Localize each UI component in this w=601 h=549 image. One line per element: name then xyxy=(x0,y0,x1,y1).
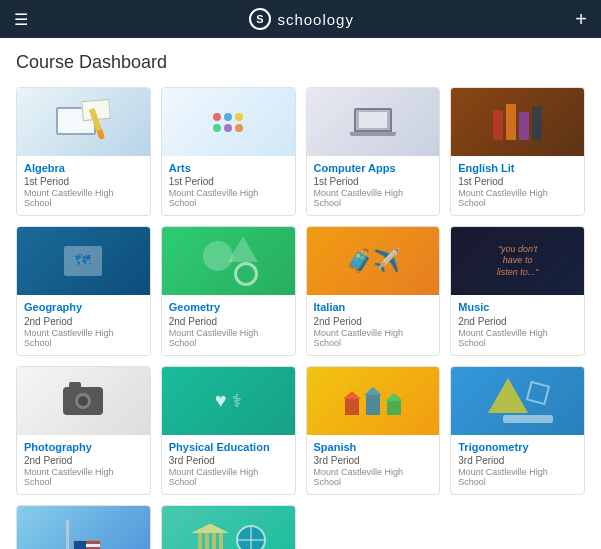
course-thumbnail-music: "you don'thave tolisten to..." xyxy=(451,227,584,295)
course-info-trigonometry: Trigonometry 3rd Period Mount Castlevill… xyxy=(451,435,584,494)
course-school-italian: Mount Castleville High School xyxy=(314,328,433,348)
course-card-arts[interactable]: Arts 1st Period Mount Castleville High S… xyxy=(161,87,296,216)
course-school-arts: Mount Castleville High School xyxy=(169,188,288,208)
course-info-arts: Arts 1st Period Mount Castleville High S… xyxy=(162,156,295,215)
course-thumbnail-geography: 🗺 xyxy=(17,227,150,295)
course-name-physical-education: Physical Education xyxy=(169,440,288,454)
course-info-english-lit: English Lit 1st Period Mount Castleville… xyxy=(451,156,584,215)
course-name-english-lit: English Lit xyxy=(458,161,577,175)
course-name-music: Music xyxy=(458,300,577,314)
page-title: Course Dashboard xyxy=(16,52,585,73)
course-card-trigonometry[interactable]: Trigonometry 3rd Period Mount Castlevill… xyxy=(450,366,585,495)
course-name-trigonometry: Trigonometry xyxy=(458,440,577,454)
course-period-physical-education: 3rd Period xyxy=(169,455,288,466)
course-school-computer-apps: Mount Castleville High School xyxy=(314,188,433,208)
schoology-logo: S xyxy=(249,8,271,30)
main-content: Course Dashboard Algebra 1st Period Moun… xyxy=(0,38,601,549)
course-thumbnail-physical-education: ♥ ⚕ xyxy=(162,367,295,435)
course-school-physical-education: Mount Castleville High School xyxy=(169,467,288,487)
course-school-algebra: Mount Castleville High School xyxy=(24,188,143,208)
course-period-music: 2nd Period xyxy=(458,316,577,327)
course-card-spanish[interactable]: Spanish 3rd Period Mount Castleville Hig… xyxy=(306,366,441,495)
course-card-world-history[interactable]: World History 3rd Period Mount Castlevil… xyxy=(161,505,296,549)
course-card-photography[interactable]: Photography 2nd Period Mount Castleville… xyxy=(16,366,151,495)
course-period-italian: 2nd Period xyxy=(314,316,433,327)
course-school-english-lit: Mount Castleville High School xyxy=(458,188,577,208)
course-info-spanish: Spanish 3rd Period Mount Castleville Hig… xyxy=(307,435,440,494)
course-name-spanish: Spanish xyxy=(314,440,433,454)
course-thumbnail-arts xyxy=(162,88,295,156)
course-info-music: Music 2nd Period Mount Castleville High … xyxy=(451,295,584,354)
course-name-arts: Arts xyxy=(169,161,288,175)
course-period-computer-apps: 1st Period xyxy=(314,176,433,187)
course-school-geometry: Mount Castleville High School xyxy=(169,328,288,348)
course-card-geography[interactable]: 🗺 Geography 2nd Period Mount Castleville… xyxy=(16,226,151,355)
course-period-english-lit: 1st Period xyxy=(458,176,577,187)
menu-icon[interactable]: ☰ xyxy=(14,10,28,29)
course-name-geometry: Geometry xyxy=(169,300,288,314)
course-card-physical-education[interactable]: ♥ ⚕ Physical Education 3rd Period Mount … xyxy=(161,366,296,495)
course-info-physical-education: Physical Education 3rd Period Mount Cast… xyxy=(162,435,295,494)
course-card-algebra[interactable]: Algebra 1st Period Mount Castleville Hig… xyxy=(16,87,151,216)
course-name-italian: Italian xyxy=(314,300,433,314)
course-thumbnail-world-history xyxy=(162,506,295,549)
course-name-algebra: Algebra xyxy=(24,161,143,175)
course-period-algebra: 1st Period xyxy=(24,176,143,187)
course-period-spanish: 3rd Period xyxy=(314,455,433,466)
course-info-geometry: Geometry 2nd Period Mount Castleville Hi… xyxy=(162,295,295,354)
course-school-geography: Mount Castleville High School xyxy=(24,328,143,348)
course-period-geometry: 2nd Period xyxy=(169,316,288,327)
course-name-geography: Geography xyxy=(24,300,143,314)
course-period-photography: 2nd Period xyxy=(24,455,143,466)
course-thumbnail-italian: 🧳✈️ xyxy=(307,227,440,295)
course-card-geometry[interactable]: Geometry 2nd Period Mount Castleville Hi… xyxy=(161,226,296,355)
course-school-music: Mount Castleville High School xyxy=(458,328,577,348)
course-card-english-lit[interactable]: English Lit 1st Period Mount Castleville… xyxy=(450,87,585,216)
add-icon[interactable]: + xyxy=(575,8,587,31)
course-period-geography: 2nd Period xyxy=(24,316,143,327)
course-thumbnail-us-history xyxy=(17,506,150,549)
course-name-photography: Photography xyxy=(24,440,143,454)
course-thumbnail-english-lit xyxy=(451,88,584,156)
course-thumbnail-spanish xyxy=(307,367,440,435)
course-info-italian: Italian 2nd Period Mount Castleville Hig… xyxy=(307,295,440,354)
course-card-computer-apps[interactable]: Computer Apps 1st Period Mount Castlevil… xyxy=(306,87,441,216)
course-thumbnail-computer-apps xyxy=(307,88,440,156)
course-info-photography: Photography 2nd Period Mount Castleville… xyxy=(17,435,150,494)
course-school-trigonometry: Mount Castleville High School xyxy=(458,467,577,487)
course-thumbnail-trigonometry xyxy=(451,367,584,435)
course-info-computer-apps: Computer Apps 1st Period Mount Castlevil… xyxy=(307,156,440,215)
app-header: ☰ S schoology + xyxy=(0,0,601,38)
course-info-geography: Geography 2nd Period Mount Castleville H… xyxy=(17,295,150,354)
app-title-group: S schoology xyxy=(249,8,354,30)
course-card-music[interactable]: "you don'thave tolisten to..." Music 2nd… xyxy=(450,226,585,355)
course-info-algebra: Algebra 1st Period Mount Castleville Hig… xyxy=(17,156,150,215)
course-thumbnail-algebra xyxy=(17,88,150,156)
course-school-spanish: Mount Castleville High School xyxy=(314,467,433,487)
course-card-us-history[interactable]: US History 3rd Period Mount Castleville … xyxy=(16,505,151,549)
course-thumbnail-photography xyxy=(17,367,150,435)
course-school-photography: Mount Castleville High School xyxy=(24,467,143,487)
course-name-computer-apps: Computer Apps xyxy=(314,161,433,175)
course-period-arts: 1st Period xyxy=(169,176,288,187)
course-card-italian[interactable]: 🧳✈️ Italian 2nd Period Mount Castleville… xyxy=(306,226,441,355)
course-period-trigonometry: 3rd Period xyxy=(458,455,577,466)
app-name: schoology xyxy=(277,11,354,28)
course-thumbnail-geometry xyxy=(162,227,295,295)
course-grid: Algebra 1st Period Mount Castleville Hig… xyxy=(16,87,585,549)
